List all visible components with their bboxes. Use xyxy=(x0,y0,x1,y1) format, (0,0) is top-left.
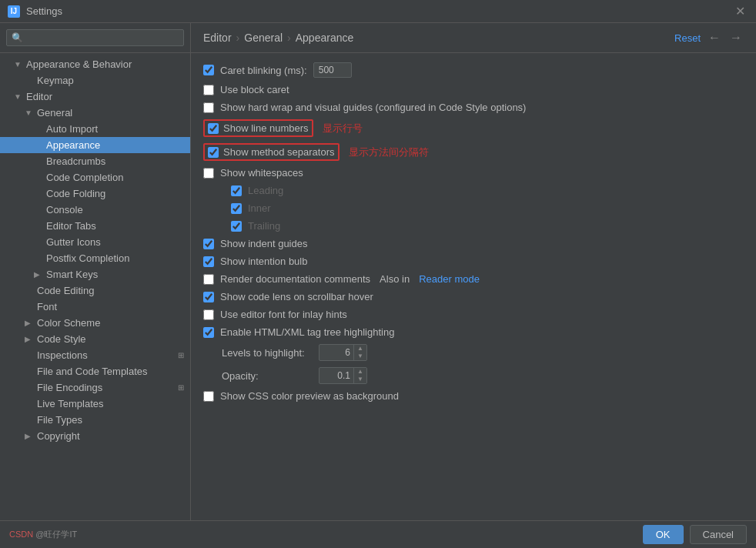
forward-button[interactable]: → xyxy=(728,31,744,45)
sidebar-item-auto-import[interactable]: Auto Import xyxy=(0,121,190,137)
opacity-row: Opacity: ▲ ▼ xyxy=(222,367,744,384)
sidebar-item-console[interactable]: Console xyxy=(0,202,190,218)
caret-blinking-row: Caret blinking (ms): xyxy=(203,62,744,78)
leading-checkbox[interactable] xyxy=(231,185,242,196)
hard-wrap-row: Show hard wrap and visual guides (config… xyxy=(203,102,744,113)
levels-up-button[interactable]: ▲ xyxy=(354,345,366,353)
trailing-checkbox[interactable] xyxy=(231,221,242,232)
arrow-icon: ▶ xyxy=(25,319,34,327)
editor-font-row: Use editor font for inlay hints xyxy=(203,309,744,320)
block-caret-checkbox[interactable] xyxy=(203,85,214,95)
sidebar-item-breadcrumbs[interactable]: Breadcrumbs xyxy=(0,153,190,169)
levels-spinbox: ▲ ▼ xyxy=(319,344,367,361)
app-icon: IJ xyxy=(8,5,20,18)
sidebar-item-editor-tabs[interactable]: Editor Tabs xyxy=(0,218,190,234)
levels-spin-buttons: ▲ ▼ xyxy=(353,345,366,360)
code-lens-checkbox[interactable] xyxy=(203,292,214,302)
editor-font-checkbox[interactable] xyxy=(203,309,214,320)
sidebar-item-color-scheme[interactable]: ▶ Color Scheme xyxy=(0,315,190,331)
sidebar-item-code-editing[interactable]: Code Editing xyxy=(0,282,190,299)
block-caret-label: Use block caret xyxy=(220,84,289,95)
close-button[interactable]: ✕ xyxy=(732,4,748,18)
sidebar-label: Keymap xyxy=(37,75,74,86)
sidebar: ▼ Appearance & Behavior Keymap ▼ Editor … xyxy=(0,23,191,520)
indent-guides-checkbox[interactable] xyxy=(203,239,214,249)
sidebar-label: File and Code Templates xyxy=(37,366,148,377)
sidebar-item-file-code-templates[interactable]: File and Code Templates xyxy=(0,363,190,379)
sidebar-item-file-encodings[interactable]: File Encodings ⊞ xyxy=(0,379,190,396)
css-color-checkbox[interactable] xyxy=(203,391,214,402)
css-color-label: Show CSS color preview as background xyxy=(220,390,399,402)
html-xml-checkbox[interactable] xyxy=(203,327,214,338)
sidebar-label: File Encodings xyxy=(37,382,102,393)
inner-checkbox[interactable] xyxy=(231,203,242,214)
sidebar-label: Font xyxy=(37,301,57,312)
sidebar-item-gutter-icons[interactable]: Gutter Icons xyxy=(0,234,190,250)
sidebar-label: General xyxy=(37,107,72,119)
sidebar-label: Breadcrumbs xyxy=(46,155,105,167)
opacity-input[interactable] xyxy=(319,369,353,383)
reset-button[interactable]: Reset xyxy=(674,32,701,44)
whitespaces-checkbox[interactable] xyxy=(203,168,214,179)
sidebar-item-keymap[interactable]: Keymap xyxy=(0,72,190,89)
reader-mode-link[interactable]: Reader mode xyxy=(419,273,480,285)
line-numbers-annotation: 显示行号 xyxy=(323,122,363,135)
sidebar-item-inspections[interactable]: Inspections ⊞ xyxy=(0,347,190,363)
sidebar-item-font[interactable]: Font xyxy=(0,299,190,315)
sidebar-label: Editor Tabs xyxy=(46,220,96,232)
sidebar-item-file-types[interactable]: File Types xyxy=(0,412,190,428)
inner-row: Inner xyxy=(231,202,744,214)
sidebar-label: Code Completion xyxy=(46,172,123,183)
arrow-icon: ▶ xyxy=(34,270,43,279)
line-numbers-checkbox[interactable] xyxy=(208,123,219,134)
method-sep-label: Show method separators xyxy=(223,146,335,158)
sidebar-item-code-folding[interactable]: Code Folding xyxy=(0,185,190,202)
back-button[interactable]: ← xyxy=(707,31,722,45)
sidebar-item-code-style[interactable]: ▶ Code Style xyxy=(0,331,190,347)
method-sep-annotation: 显示方法间分隔符 xyxy=(349,145,429,159)
ok-button[interactable]: OK xyxy=(643,525,684,544)
render-doc-checkbox[interactable] xyxy=(203,274,214,285)
sidebar-item-smart-keys[interactable]: ▶ Smart Keys xyxy=(0,266,190,282)
also-in-text: Also in xyxy=(380,273,410,285)
settings-window: IJ Settings ✕ ▼ Appearance & Behavior Ke… xyxy=(0,0,756,548)
watermark-label: CSDN xyxy=(9,530,33,539)
header-actions: Reset ← → xyxy=(674,31,744,45)
titlebar: IJ Settings ✕ xyxy=(0,0,756,23)
cancel-button[interactable]: Cancel xyxy=(690,525,747,544)
sidebar-item-postfix-completion[interactable]: Postfix Completion xyxy=(0,250,190,266)
code-lens-label: Show code lens on scrollbar hover xyxy=(220,291,373,302)
hard-wrap-checkbox[interactable] xyxy=(203,102,214,113)
block-caret-row: Use block caret xyxy=(203,84,744,95)
sidebar-item-live-templates[interactable]: Live Templates xyxy=(0,396,190,412)
intention-bulb-checkbox[interactable] xyxy=(203,256,214,267)
line-numbers-row: Show line numbers 显示行号 xyxy=(203,119,744,137)
content-body: Caret blinking (ms): Use block caret Sho… xyxy=(191,53,756,417)
search-input[interactable] xyxy=(6,29,184,46)
trailing-label: Trailing xyxy=(248,220,280,232)
sidebar-item-general[interactable]: ▼ General xyxy=(0,105,190,121)
caret-blinking-input[interactable] xyxy=(313,62,352,78)
opacity-up-button[interactable]: ▲ xyxy=(354,368,366,376)
levels-down-button[interactable]: ▼ xyxy=(354,353,366,360)
sidebar-item-appearance[interactable]: Appearance xyxy=(0,137,190,153)
method-sep-checkbox[interactable] xyxy=(208,147,219,158)
caret-blinking-checkbox[interactable] xyxy=(203,65,214,75)
sidebar-item-appearance-behavior[interactable]: ▼ Appearance & Behavior xyxy=(0,56,190,72)
window-title: Settings xyxy=(26,5,62,17)
sidebar-item-code-completion[interactable]: Code Completion xyxy=(0,169,190,185)
sidebar-label: Code Style xyxy=(37,333,86,345)
intention-bulb-label: Show intention bulb xyxy=(220,256,307,267)
levels-input[interactable] xyxy=(319,346,353,359)
content-area: Editor › General › Appearance Reset ← → … xyxy=(191,23,756,520)
sidebar-label: Editor xyxy=(26,91,52,102)
sidebar-label: Inspections xyxy=(37,349,88,361)
opacity-down-button[interactable]: ▼ xyxy=(354,376,366,383)
arrow-icon: ▶ xyxy=(25,335,34,343)
sidebar-item-copyright[interactable]: ▶ Copyright xyxy=(0,428,190,444)
intention-bulb-row: Show intention bulb xyxy=(203,256,744,267)
css-color-row: Show CSS color preview as background xyxy=(203,390,744,402)
line-numbers-label: Show line numbers xyxy=(223,122,309,134)
sidebar-item-editor[interactable]: ▼ Editor xyxy=(0,89,190,105)
arrow-icon: ▶ xyxy=(25,432,34,440)
